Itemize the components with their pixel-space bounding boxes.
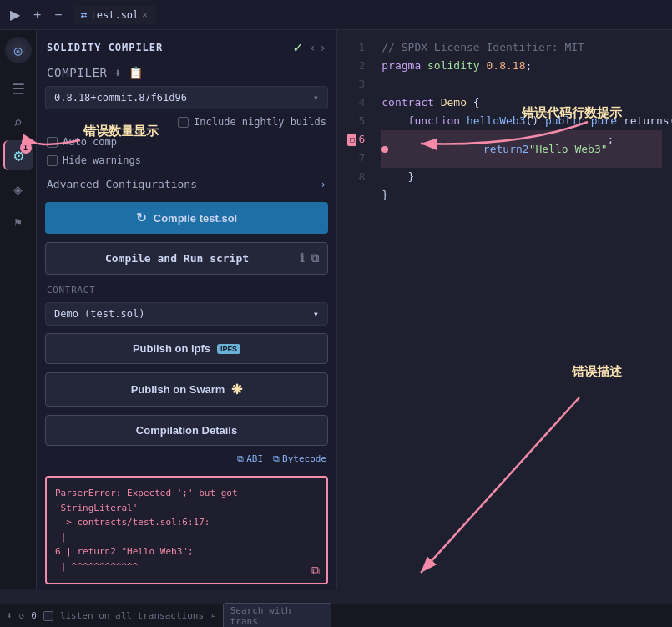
- tab-icon: ⇄: [81, 8, 88, 21]
- code-line-6: return2 "Hello Web3";: [381, 130, 662, 167]
- copy-icon[interactable]: ⧉: [311, 251, 319, 265]
- bytecode-button[interactable]: ⧉ Bytecode: [273, 453, 326, 464]
- abi-button[interactable]: ⧉ ABI: [237, 453, 263, 464]
- compiler-version-label: 0.8.18+commit.87f61d96: [54, 92, 187, 104]
- error-copy-icon[interactable]: ⧉: [311, 564, 320, 578]
- publish-swarm-button[interactable]: Publish on Swarm ❋: [45, 372, 328, 407]
- nav-right-icon[interactable]: ›: [320, 41, 326, 54]
- add-file-icon[interactable]: +: [114, 66, 122, 79]
- compilation-details-button[interactable]: Compilation Details: [45, 415, 328, 446]
- tab-filename: test.sol: [91, 9, 139, 21]
- tab-close-button[interactable]: ✕: [142, 9, 148, 20]
- error-panel: ParserError: Expected ';' but got 'Strin…: [45, 476, 328, 584]
- compile-run-label: Compile and Run script: [54, 252, 300, 265]
- code-line-3: [381, 75, 662, 94]
- error-text: ParserError: Expected ';' but got 'Strin…: [55, 486, 318, 574]
- sidebar-item-debug[interactable]: ⚑: [3, 207, 33, 237]
- code-line-8: }: [381, 186, 662, 205]
- publish-ipfs-label: Publish on lpfs: [133, 342, 210, 355]
- include-nightly-checkbox[interactable]: [178, 117, 189, 128]
- compile-run-button[interactable]: Compile and Run script ℹ ⧉: [45, 242, 328, 275]
- editor-area: 1 2 3 4 5 □ 6 7 8 // SPDX-License-Identi…: [337, 30, 672, 589]
- editor-content: 1 2 3 4 5 □ 6 7 8 // SPDX-License-Identi…: [337, 30, 672, 589]
- transaction-search-input[interactable]: Search with trans: [223, 603, 331, 628]
- abi-label: ABI: [246, 453, 263, 464]
- zoom-in-button[interactable]: +: [30, 6, 44, 24]
- transaction-count: 0: [31, 610, 37, 621]
- include-nightly-label: Include nightly builds: [194, 116, 326, 128]
- compile-icon-btn: ↻: [136, 210, 147, 225]
- bottom-bar: ⬇ ↺ 0 listen on all transactions ⌕ Searc…: [0, 604, 672, 627]
- activity-bar: ◎ ☰ ⌕ ⚙ 1 ◈ ⚑: [0, 30, 37, 589]
- search-icon: ⌕: [13, 114, 23, 131]
- sidebar-item-files[interactable]: ☰: [3, 73, 33, 104]
- contract-label: CONTRACT: [37, 278, 336, 299]
- logo-icon: ◎: [5, 37, 32, 63]
- listen-label: listen on all transactions: [60, 610, 204, 621]
- nav-arrows: ‹ ›: [309, 41, 326, 54]
- abi-bytecode-row: ⧉ ABI ⧉ Bytecode: [37, 450, 336, 471]
- advanced-config-arrow: ›: [320, 178, 326, 190]
- code-line-5: function helloWeb3() public pure returns…: [381, 112, 662, 130]
- run-button[interactable]: ▶: [7, 5, 23, 24]
- error-dot: [381, 146, 388, 153]
- zoom-out-button[interactable]: −: [51, 6, 65, 24]
- hide-warnings-row: Hide warnings: [37, 151, 336, 169]
- sidebar: SOLIDITY COMPILER ✓ ‹ › COMPILER + 📋 0.8…: [37, 30, 337, 589]
- search-icon-bottom: ⌕: [210, 610, 216, 621]
- info-icon[interactable]: ℹ: [300, 251, 304, 265]
- nav-left-icon[interactable]: ‹: [309, 41, 316, 54]
- arrow-down-icon[interactable]: ⬇: [7, 610, 13, 621]
- error-badge: 1: [20, 142, 32, 154]
- sidebar-header: SOLIDITY COMPILER ✓ ‹ ›: [37, 30, 336, 61]
- compile-run-icons: ℹ ⧉: [300, 251, 319, 265]
- git-icon: ◈: [13, 180, 23, 198]
- compile-btn-label: Compile test.sol: [154, 212, 237, 225]
- abi-copy-icon: ⧉: [237, 453, 244, 464]
- bytecode-copy-icon: ⧉: [273, 453, 280, 464]
- code-area: // SPDX-License-Identifier: MIT pragma s…: [371, 30, 672, 589]
- compiler-section-label: COMPILER + 📋: [37, 61, 336, 83]
- sidebar-header-icons: ✓ ‹ ›: [293, 38, 326, 56]
- code-line-1: // SPDX-License-Identifier: MIT: [381, 38, 662, 57]
- file-tab[interactable]: ⇄ test.sol ✕: [73, 5, 156, 24]
- swarm-icon: ❋: [231, 382, 242, 397]
- publish-swarm-label: Publish on Swarm: [131, 383, 225, 396]
- sidebar-item-compile[interactable]: ⚙ 1: [3, 140, 33, 170]
- ipfs-badge: IPFS: [217, 344, 240, 354]
- debug-icon: ⚑: [14, 215, 21, 229]
- sidebar-item-git[interactable]: ◈: [3, 174, 33, 204]
- advanced-config-row[interactable]: Advanced Configurations ›: [37, 171, 336, 197]
- contract-select-arrow: ▾: [313, 308, 319, 320]
- line-numbers: 1 2 3 4 5 □ 6 7 8: [337, 30, 371, 589]
- auto-compile-row: Auto comp: [37, 133, 336, 151]
- file-icon[interactable]: 📋: [129, 66, 144, 79]
- check-icon: ✓: [293, 38, 302, 56]
- contract-value: Demo (test.sol): [54, 308, 144, 320]
- bottom-bar-left: ⬇ ↺ 0 listen on all transactions ⌕ Searc…: [7, 603, 665, 628]
- auto-compile-checkbox[interactable]: [47, 137, 58, 148]
- files-icon: ☰: [12, 80, 25, 98]
- advanced-config-label: Advanced Configurations: [47, 178, 197, 190]
- error-marker: □: [347, 134, 356, 146]
- auto-compile-label: Auto comp: [63, 136, 117, 148]
- top-bar: ▶ + − ⇄ test.sol ✕: [0, 0, 672, 30]
- code-line-2: pragma solidity 0.8.18;: [381, 57, 662, 75]
- sidebar-title: SOLIDITY COMPILER: [47, 42, 163, 53]
- hide-warnings-checkbox[interactable]: [47, 155, 58, 166]
- publish-ipfs-button[interactable]: Publish on lpfs IPFS: [45, 333, 328, 364]
- compiler-version-select[interactable]: 0.8.18+commit.87f61d96 ▾: [45, 86, 328, 109]
- code-line-7: }: [381, 168, 662, 186]
- sidebar-item-search[interactable]: ⌕: [3, 107, 33, 137]
- include-nightly-row: Include nightly builds: [37, 113, 336, 131]
- bytecode-label: Bytecode: [282, 453, 326, 464]
- clock-icon[interactable]: ↺: [19, 610, 25, 621]
- hide-warnings-label: Hide warnings: [63, 154, 141, 166]
- compile-button[interactable]: ↻ Compile test.sol: [45, 202, 328, 234]
- code-line-4: contract Demo {: [381, 94, 662, 112]
- contract-select[interactable]: Demo (test.sol) ▾: [45, 302, 328, 326]
- select-arrow-icon: ▾: [313, 92, 319, 104]
- listen-checkbox[interactable]: [43, 611, 53, 621]
